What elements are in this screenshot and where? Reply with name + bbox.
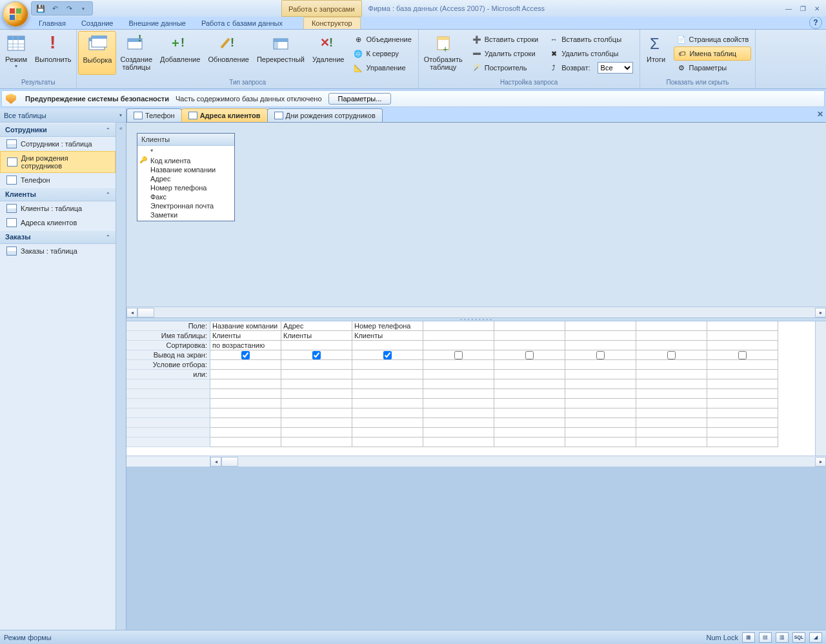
undo-icon[interactable]: ↶ [50,3,60,14]
grid-scroll-right-icon[interactable]: ▸ [815,457,826,467]
builder-button[interactable]: 🪄Построитель [469,61,541,75]
grid-cell[interactable] [281,418,352,428]
grid-cell[interactable] [210,360,281,370]
doc-close-button[interactable]: ✕ [814,108,826,120]
field-list-item[interactable]: Заметки [137,210,234,219]
grid-cell[interactable]: Номер телефона [352,321,423,331]
grid-cell[interactable] [281,399,352,408]
grid-vscroll[interactable] [815,321,826,456]
grid-cell[interactable] [565,389,636,399]
grid-cell[interactable] [423,379,494,389]
grid-cell[interactable] [707,408,778,418]
upper-hscroll[interactable]: ◂ ▸ [126,307,826,317]
grid-cell[interactable] [494,341,565,350]
grid-cell[interactable] [423,438,494,447]
make-table-button[interactable]: ! Создание таблицы [116,31,156,75]
grid-cell[interactable] [707,331,778,341]
grid-cell[interactable] [423,331,494,341]
grid-cell[interactable]: по возрастанию [210,341,281,350]
view-design-icon[interactable]: ◢ [809,632,822,643]
grid-cell[interactable] [423,418,494,428]
grid-cell[interactable] [565,418,636,428]
nav-item[interactable]: Дни рождения сотрудников [0,151,116,173]
grid-cell[interactable] [636,341,707,350]
append-button[interactable]: +! Добавление [156,31,204,75]
scroll-right-icon[interactable]: ▸ [815,308,826,317]
nav-header[interactable]: Все таблицы▾ [0,108,126,123]
grid-cell[interactable] [636,389,707,399]
nav-item[interactable]: Адреса клиентов [0,216,116,230]
table-field-list[interactable]: Клиенты *Код клиентаНазвание компанииАдр… [137,133,235,221]
run-button[interactable]: ! Выполнить [31,31,75,75]
property-sheet-button[interactable]: 📄Страница свойств [674,32,752,46]
insert-rows-button[interactable]: ➕Вставить строки [469,32,541,46]
tab-home[interactable]: Главная [31,17,74,29]
grid-cell[interactable] [210,350,281,360]
grid-cell[interactable] [494,438,565,447]
nav-group-header[interactable]: Заказы⌃ [0,230,116,244]
nav-item[interactable]: Клиенты : таблица [0,201,116,216]
grid-cell[interactable] [707,428,778,438]
grid-cell[interactable] [494,389,565,399]
grid-cell[interactable]: Клиенты [281,331,352,341]
grid-cell[interactable] [210,438,281,447]
grid-cell[interactable] [636,379,707,389]
delete-cols-button[interactable]: ✖Удалить столбцы [546,46,635,61]
show-checkbox[interactable] [454,351,463,359]
grid-cell[interactable] [707,438,778,447]
show-checkbox[interactable] [312,351,321,359]
grid-cell[interactable] [565,350,636,360]
datadef-button[interactable]: 📐Управление [350,61,414,75]
document-tab[interactable]: Телефон [126,108,182,122]
grid-hscroll[interactable]: ◂ ▸ [126,456,826,467]
grid-cell[interactable] [210,408,281,418]
query-design-grid[interactable]: Поле:Название компанииАдресНомер телефон… [126,321,815,456]
tab-design[interactable]: Конструктор [303,17,361,29]
grid-cell[interactable] [281,341,352,350]
grid-cell[interactable] [707,341,778,350]
show-checkbox[interactable] [241,351,250,359]
grid-cell[interactable] [707,370,778,379]
union-button[interactable]: ⊕Объединение [350,32,414,46]
show-checkbox[interactable] [383,351,392,359]
view-button[interactable]: Режим▾ [1,31,31,75]
nav-item[interactable]: Сотрудники : таблица [0,137,116,151]
document-tab[interactable]: Дни рождения сотрудников [267,108,383,122]
grid-cell[interactable] [636,350,707,360]
grid-cell[interactable]: Клиенты [210,331,281,341]
grid-cell[interactable] [423,408,494,418]
view-pivot-icon[interactable]: ▤ [759,632,772,643]
grid-cell[interactable]: Клиенты [352,331,423,341]
grid-cell[interactable] [707,350,778,360]
grid-cell[interactable] [707,399,778,408]
office-button[interactable] [3,1,28,27]
delete-button[interactable]: ✕! Удаление [308,31,348,75]
show-checkbox[interactable] [738,351,747,359]
grid-cell[interactable] [352,370,423,379]
scroll-thumb[interactable] [137,308,154,317]
tab-external[interactable]: Внешние данные [121,17,194,29]
grid-cell[interactable] [210,370,281,379]
restore-button[interactable]: ❐ [796,3,809,14]
field-list-item[interactable]: * [137,147,234,156]
close-button[interactable]: ✕ [811,3,823,14]
grid-cell[interactable] [565,428,636,438]
grid-cell[interactable] [636,408,707,418]
grid-cell[interactable] [281,370,352,379]
grid-cell[interactable] [423,389,494,399]
show-checkbox[interactable] [596,351,605,359]
grid-cell[interactable] [494,370,565,379]
grid-cell[interactable] [636,360,707,370]
tab-database[interactable]: Работа с базами данных [194,17,290,29]
grid-cell[interactable] [352,360,423,370]
security-options-button[interactable]: Параметры... [328,93,392,105]
update-button[interactable]: ! Обновление [204,31,253,75]
field-list-item[interactable]: Номер телефона [137,183,234,192]
nav-group-header[interactable]: Сотрудники⌃ [0,123,116,137]
crosstab-button[interactable]: Перекрестный [253,31,308,75]
grid-cell[interactable] [636,399,707,408]
grid-cell[interactable] [352,428,423,438]
grid-cell[interactable] [281,350,352,360]
grid-cell[interactable] [565,360,636,370]
grid-cell[interactable] [565,399,636,408]
